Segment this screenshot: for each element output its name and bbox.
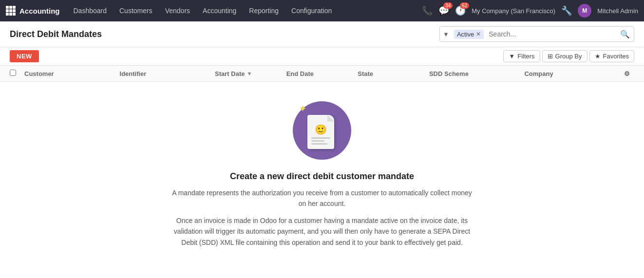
filter-icon: ▼ [440,31,452,38]
favorites-label: Favorites [603,53,629,60]
sparkle-icon: ✦ [299,103,307,114]
empty-illustration: ✦ 🙂 [293,101,351,160]
menu-item-vendors[interactable]: Vendors [159,4,196,18]
activity-badge: 62 [460,2,469,9]
avatar-initials: M [582,7,587,14]
filter-close-icon[interactable]: ✕ [476,31,481,37]
col-header-customer[interactable]: Customer [24,70,120,77]
group-by-button[interactable]: ⊞ Group By [542,50,587,62]
doc-lines [311,137,330,146]
col-header-identifier[interactable]: Identifier [120,70,215,77]
activity-icon-button[interactable]: 🕐 62 [455,5,466,16]
select-all-checkbox[interactable] [10,70,24,77]
empty-state-desc2: Once an invoice is made in Odoo for a cu… [171,215,473,248]
toolbar-right: ▼ Filters ⊞ Group By ★ Favorites [503,50,634,62]
menu-item-reporting[interactable]: Reporting [243,4,284,18]
user-avatar[interactable]: M [578,4,591,18]
search-button[interactable]: 🔍 [616,30,634,39]
empty-state-title: Create a new direct debit customer manda… [230,171,414,182]
col-header-state[interactable]: State [358,70,429,77]
top-navigation: Accounting Dashboard Customers Vendors A… [0,0,644,21]
user-name[interactable]: Mitchell Admin [597,7,638,15]
phone-icon-button[interactable]: 📞 [422,5,433,16]
menu-item-dashboard[interactable]: Dashboard [68,4,113,18]
filter-funnel-icon: ▼ [509,53,515,60]
col-header-end-date[interactable]: End Date [286,70,358,77]
menu-item-configuration[interactable]: Configuration [285,4,338,18]
smiley-face: 🙂 [315,124,327,135]
table-header: Customer Identifier Start Date ▼ End Dat… [0,66,644,82]
app-name: Accounting [19,7,60,15]
col-adjust-button[interactable]: ⚙ [620,70,634,77]
document-icon: ✦ 🙂 [307,112,337,149]
menu-item-customers[interactable]: Customers [114,4,158,18]
filters-label: Filters [517,53,534,60]
chat-badge: 34 [443,2,453,9]
col-header-sdd-scheme[interactable]: SDD Scheme [429,70,525,77]
settings-icon[interactable]: 🔧 [561,5,572,16]
main-menu: Dashboard Customers Vendors Accounting R… [68,4,422,18]
checkbox-all[interactable] [10,70,16,76]
menu-item-accounting[interactable]: Accounting [197,4,242,18]
chat-icon-button[interactable]: 💬 34 [438,5,449,16]
favorites-button[interactable]: ★ Favorites [589,50,634,62]
sub-header: Direct Debit Mandates ▼ Active ✕ 🔍 [0,21,644,47]
nav-right-section: 📞 💬 34 🕐 62 My Company (San Francisco) 🔧… [422,4,638,18]
doc-corner [327,115,334,122]
app-logo[interactable]: Accounting [6,6,60,16]
toolbar: NEW ▼ Filters ⊞ Group By ★ Favorites [0,47,644,66]
sort-arrow-icon: ▼ [246,71,252,76]
phone-icon: 📞 [422,5,433,16]
col-header-company[interactable]: Company [524,70,620,77]
active-filter-tag[interactable]: Active ✕ [454,30,484,39]
col-header-start-date[interactable]: Start Date ▼ [215,70,286,77]
search-bar[interactable]: ▼ Active ✕ 🔍 [439,26,634,42]
filter-tag-label: Active [457,31,474,38]
group-by-label: Group By [555,53,582,60]
empty-state-desc1: A mandate represents the authorization y… [171,187,473,209]
grid-icon [6,6,16,16]
search-input[interactable] [486,30,616,38]
page-title: Direct Debit Mandates [10,29,434,39]
filters-button[interactable]: ▼ Filters [503,50,540,62]
group-icon: ⊞ [548,53,553,60]
empty-state: ✦ 🙂 Create a new direct debit customer m… [0,82,644,273]
doc-body: 🙂 [307,115,334,149]
star-icon: ★ [595,53,601,60]
new-button[interactable]: NEW [10,50,39,62]
company-name[interactable]: My Company (San Francisco) [472,7,555,15]
